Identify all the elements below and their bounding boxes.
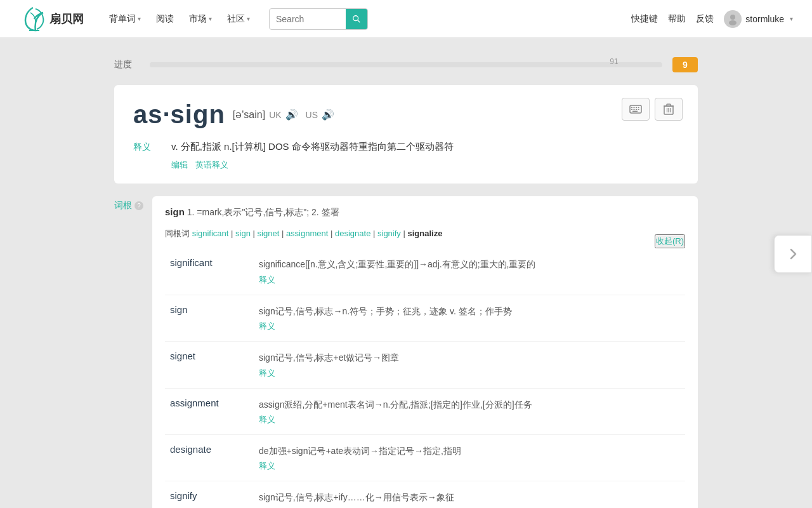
word-tools xyxy=(622,98,683,121)
word-cell: signet xyxy=(165,342,254,388)
user-menu[interactable]: stormluke ▾ xyxy=(724,10,793,28)
edit-link[interactable]: 编辑 xyxy=(171,159,188,171)
word-table: significant significance[[n.意义,含义;重要性,重要… xyxy=(165,248,685,508)
definition-link[interactable]: 释义 xyxy=(259,414,680,425)
progress-track: 91 xyxy=(150,62,662,67)
root-label-area: 词根 ? xyxy=(114,196,152,211)
definition-link[interactable]: 释义 xyxy=(259,460,680,472)
svg-rect-7 xyxy=(634,107,635,109)
nav-item-vocab[interactable]: 背单词 ▾ xyxy=(103,10,147,29)
word-cell: designate xyxy=(165,434,254,481)
def-section-label: 释义 xyxy=(133,139,171,153)
svg-rect-13 xyxy=(638,109,639,110)
table-row: assignment assign派绍,分配+ment表名词→n.分配,指派;[… xyxy=(165,388,685,434)
search-button[interactable] xyxy=(346,8,367,30)
svg-rect-10 xyxy=(631,109,632,110)
progress-badge: 9 xyxy=(672,57,698,72)
word-card: as·sign [ə'sain] UK 🔊 US 🔊 释义 v. 分配,指派 n… xyxy=(114,85,698,184)
search-input[interactable] xyxy=(270,14,346,24)
word-cell: assignment xyxy=(165,388,254,434)
nav-shortcuts[interactable]: 快捷键 xyxy=(631,13,658,25)
delete-button[interactable] xyxy=(655,98,683,121)
main-content: 进度 91 9 as·sign [ə'sain] UK 🔊 US xyxy=(102,57,710,508)
table-row: signet sign记号,信号,标志+et做记号→图章 释义 xyxy=(165,342,685,388)
svg-point-4 xyxy=(729,20,737,25)
collapse-button[interactable]: 收起(R) xyxy=(655,234,685,248)
logo-icon xyxy=(19,5,47,33)
definition-link[interactable]: 释义 xyxy=(259,321,680,332)
svg-rect-17 xyxy=(667,104,671,106)
definition-links: 编辑 英语释义 xyxy=(171,159,679,171)
definition-content: v. 分配,指派 n.[计算机] DOS 命令将驱动器符重指向第二个驱动器符 编… xyxy=(171,139,679,171)
english-def-link[interactable]: 英语释义 xyxy=(195,159,228,171)
word-cell: sign xyxy=(165,295,254,341)
progress-fill xyxy=(150,62,616,67)
word-main: as·sign xyxy=(133,100,225,129)
definition-cell: sign记号,信号,标志→n.符号；手势；征兆，迹象 v. 签名；作手势 释义 xyxy=(254,295,685,341)
definition-cell: significance[[n.意义,含义;重要性,重要的]]→adj.有意义的… xyxy=(254,248,685,295)
keyboard-icon xyxy=(629,105,642,114)
table-row: designate de加强+sign记号+ate表动词→指定记号→指定,指明 … xyxy=(165,434,685,481)
navbar: 扇贝网 背单词 ▾ 阅读 市场 ▾ 社区 ▾ 快捷键 帮助 反馈 xyxy=(0,0,812,38)
arrow-right-icon xyxy=(785,246,801,262)
svg-rect-14 xyxy=(632,111,638,112)
svg-rect-12 xyxy=(636,109,637,110)
nav-item-market[interactable]: 市场 ▾ xyxy=(183,10,218,29)
related-word-signet[interactable]: signet xyxy=(258,229,280,238)
related-word-signify[interactable]: signify xyxy=(377,229,401,238)
root-word: sign xyxy=(165,206,185,217)
related-word-sign[interactable]: sign xyxy=(235,229,251,238)
related-word-significant[interactable]: significant xyxy=(192,229,229,238)
root-desc: 1. =mark,表示"记号,信号,标志"; 2. 签署 xyxy=(187,207,339,217)
nav-item-community[interactable]: 社区 ▾ xyxy=(221,10,256,29)
table-row: signify sign记号,信号,标志+ify……化→用信号表示→象征 释义 xyxy=(165,481,685,508)
root-label: 词根 xyxy=(114,200,132,211)
svg-line-2 xyxy=(358,20,360,22)
root-header: sign 1. =mark,表示"记号,信号,标志"; 2. 签署 xyxy=(165,206,685,218)
svg-rect-9 xyxy=(638,107,639,109)
root-section: 词根 ? sign 1. =mark,表示"记号,信号,标志"; 2. 签署 同… xyxy=(114,196,698,508)
next-arrow-button[interactable] xyxy=(774,235,812,273)
nav-help[interactable]: 帮助 xyxy=(668,13,686,25)
uk-sound-icon[interactable]: 🔊 xyxy=(285,109,298,121)
definition-cell: de加强+sign记号+ate表动词→指定记号→指定,指明 释义 xyxy=(254,434,685,481)
svg-point-1 xyxy=(353,15,358,20)
nav-right: 快捷键 帮助 反馈 stormluke ▾ xyxy=(631,10,793,28)
phonetic-uk-label: UK xyxy=(269,110,281,120)
word-title-area: as·sign [ə'sain] UK 🔊 US 🔊 xyxy=(133,100,679,129)
definition-cell: sign记号,信号,标志+et做记号→图章 释义 xyxy=(254,342,685,388)
search-box xyxy=(269,8,368,30)
svg-point-3 xyxy=(730,15,735,20)
related-word-designate[interactable]: designate xyxy=(335,229,370,238)
keyboard-button[interactable] xyxy=(622,98,650,121)
related-words: 同根词 significant | sign | signet | assign… xyxy=(165,226,685,241)
user-name: stormluke xyxy=(745,14,784,24)
avatar xyxy=(724,10,742,28)
table-row: sign sign记号,信号,标志→n.符号；手势；征兆，迹象 v. 签名；作手… xyxy=(165,295,685,341)
us-sound-icon[interactable]: 🔊 xyxy=(322,109,334,121)
definition-row: 释义 v. 分配,指派 n.[计算机] DOS 命令将驱动器符重指向第二个驱动器… xyxy=(133,139,679,171)
phonetic-uk-text: [ə'sain] xyxy=(233,109,265,121)
logo[interactable]: 扇贝网 xyxy=(19,5,84,33)
search-area xyxy=(269,8,368,30)
search-icon xyxy=(352,15,361,23)
related-label: 同根词 xyxy=(165,229,190,238)
logo-text: 扇贝网 xyxy=(49,11,84,27)
definition-link[interactable]: 释义 xyxy=(259,274,680,286)
info-icon[interactable]: ? xyxy=(134,201,143,210)
phonetic-us-label: US xyxy=(306,110,318,120)
chevron-down-icon: ▾ xyxy=(209,15,212,22)
definition-text: v. 分配,指派 n.[计算机] DOS 命令将驱动器符重指向第二个驱动器符 xyxy=(171,139,679,154)
nav-links: 背单词 ▾ 阅读 市场 ▾ 社区 ▾ xyxy=(103,10,256,29)
progress-area: 进度 91 9 xyxy=(114,57,698,72)
progress-number: 91 xyxy=(610,57,618,66)
definition-cell: assign派绍,分配+ment表名词→n.分配,指派;[指定的]作业,[分派的… xyxy=(254,388,685,434)
nav-item-read[interactable]: 阅读 xyxy=(150,10,180,29)
related-word-assignment[interactable]: assignment xyxy=(286,229,328,238)
table-row: significant significance[[n.意义,含义;重要性,重要… xyxy=(165,248,685,295)
nav-feedback[interactable]: 反馈 xyxy=(696,13,714,25)
word-cell: signify xyxy=(165,481,254,508)
phonetic-uk: [ə'sain] UK 🔊 xyxy=(233,109,298,121)
word-cell: significant xyxy=(165,248,254,295)
definition-link[interactable]: 释义 xyxy=(259,368,680,379)
